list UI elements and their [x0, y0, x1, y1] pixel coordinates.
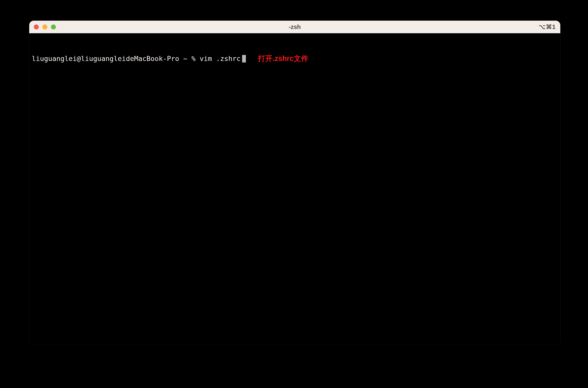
shell-prompt: liuguanglei@liuguangleideMacBook-Pro ~ %: [32, 54, 200, 63]
terminal-window: -zsh ⌥⌘1 liuguanglei@liuguangleideMacBoo…: [29, 21, 560, 345]
command-text: vim .zshrc: [200, 54, 241, 63]
traffic-lights: [34, 24, 56, 29]
maximize-button[interactable]: [51, 24, 56, 29]
window-title: -zsh: [289, 23, 301, 30]
tab-indicator: ⌥⌘1: [539, 23, 556, 30]
cursor: [242, 55, 246, 62]
annotation-text: 打开.zshrc文件: [258, 54, 308, 63]
titlebar[interactable]: -zsh ⌥⌘1: [29, 21, 560, 33]
terminal-body[interactable]: liuguanglei@liuguangleideMacBook-Pro ~ %…: [29, 33, 560, 345]
prompt-line: liuguanglei@liuguangleideMacBook-Pro ~ %…: [32, 54, 558, 63]
minimize-button[interactable]: [42, 24, 47, 29]
close-button[interactable]: [34, 24, 39, 29]
